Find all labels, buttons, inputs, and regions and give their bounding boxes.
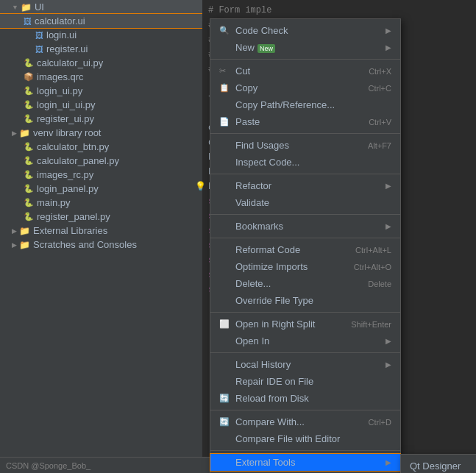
tree-item-label: login.ui <box>46 29 77 40</box>
tree-item-label: login_ui_ui.py <box>37 99 96 110</box>
qrc-icon: 📦 <box>24 72 34 82</box>
tree-item-login-ui[interactable]: 🖼login.ui <box>0 28 202 42</box>
menu-item-external-tools[interactable]: External Tools▶ <box>210 454 400 471</box>
tree-item-calculator-ui[interactable]: 🖼calculator.ui <box>0 14 202 28</box>
tree-item-label: calculator_btn.py <box>37 141 109 152</box>
tree-arrow: ▶ <box>12 241 17 249</box>
menu-item-code-check[interactable]: 🔍Code Check▶ <box>210 22 400 39</box>
menu-item-copy-path[interactable]: Copy Path/Reference... <box>210 96 400 113</box>
new-badge: New <box>257 44 275 53</box>
menu-separator <box>210 214 400 215</box>
menu-item-wrapper: Inspect Code... <box>210 154 400 171</box>
menu-item-label: Bookmarks <box>235 221 383 232</box>
py-icon: 🐍 <box>24 156 34 166</box>
menu-item-override-file-type[interactable]: Override File Type <box>210 292 400 309</box>
tree-item-register-ui-py[interactable]: 🐍register_ui.py <box>0 112 202 126</box>
tree-item-label: UI <box>35 1 44 13</box>
folder-icon: 📁 <box>19 240 30 250</box>
tree-item-ui-folder[interactable]: ▼📁UI <box>0 0 202 14</box>
submenu-item-qt-designer[interactable]: Qt Designer <box>401 458 476 473</box>
menu-item-inspect-code[interactable]: Inspect Code... <box>210 154 400 171</box>
tree-item-register-panel-py[interactable]: 🐍register_panel.py <box>0 210 202 224</box>
menu-separator <box>210 450 400 451</box>
menu-item-wrapper: Refactor▶ <box>210 177 400 194</box>
tree-item-calculator-btn-py[interactable]: 🐍calculator_btn.py <box>0 140 202 154</box>
tree-item-label: images_rc.py <box>37 169 93 180</box>
menu-item-copy[interactable]: 📋CopyCtrl+C <box>210 79 400 96</box>
menu-item-compare-editor[interactable]: Compare File with Editor <box>210 430 400 447</box>
py-icon: 🐍 <box>24 100 34 110</box>
tree-item-calculator-ui-py[interactable]: 🐍calculator_ui.py <box>0 56 202 70</box>
menu-item-open-in[interactable]: Open In▶ <box>210 332 400 349</box>
menu-item-icon: 📄 <box>219 117 231 127</box>
submenu-arrow: ▶ <box>386 222 391 230</box>
menu-item-wrapper: Open In▶ <box>210 332 400 349</box>
tree-item-calculator-panel-py[interactable]: 🐍calculator_panel.py <box>0 154 202 168</box>
menu-item-wrapper: Optimize ImportsCtrl+Alt+O <box>210 258 400 275</box>
submenu-arrow: ▶ <box>386 458 391 466</box>
menu-item-icon: ✂ <box>219 66 231 76</box>
tree-item-images-rc-py[interactable]: 🐍images_rc.py <box>0 168 202 182</box>
menu-item-compare-with[interactable]: 🔄Compare With...Ctrl+D <box>210 413 400 430</box>
tree-arrow: ▼ <box>12 4 18 11</box>
tree-item-images-qrc[interactable]: 📦images.qrc <box>0 70 202 84</box>
menu-item-delete[interactable]: Delete...Delete <box>210 275 400 292</box>
menu-item-new[interactable]: NewNew▶ <box>210 39 400 56</box>
tree-item-login-panel-py[interactable]: 🐍login_panel.py <box>0 182 202 196</box>
menu-item-find-usages[interactable]: Find UsagesAlt+F7 <box>210 137 400 154</box>
menu-item-cut[interactable]: ✂CutCtrl+X <box>210 63 400 79</box>
menu-item-wrapper: Compare File with Editor <box>210 430 400 447</box>
menu-item-wrapper: 📄PasteCtrl+V <box>210 113 400 130</box>
warning-icon: 💡 <box>195 181 206 191</box>
tree-item-scratches[interactable]: ▶📁Scratches and Consoles <box>0 238 202 252</box>
menu-item-label: Reformat Code <box>235 244 349 255</box>
tree-item-login-ui-py[interactable]: 🐍login_ui.py <box>0 84 202 98</box>
tree-item-label: main.py <box>37 197 71 208</box>
menu-item-label: Local History <box>235 359 383 370</box>
submenu-arrow: ▶ <box>386 182 391 190</box>
menu-item-wrapper: Copy Path/Reference... <box>210 96 400 113</box>
menu-item-bookmarks[interactable]: Bookmarks▶ <box>210 218 400 235</box>
ui-icon: 🖼 <box>35 31 43 40</box>
menu-item-refactor[interactable]: Refactor▶ <box>210 177 400 194</box>
menu-shortcut: Ctrl+V <box>369 118 391 127</box>
tree-item-login-ui-ui-py[interactable]: 🐍login_ui_ui.py <box>0 98 202 112</box>
menu-separator <box>210 238 400 238</box>
menu-item-reload-disk[interactable]: 🔄Reload from Disk <box>210 390 400 407</box>
tree-item-label: Scratches and Consoles <box>33 239 137 250</box>
menu-item-wrapper: Override File Type <box>210 292 400 309</box>
menu-item-local-history[interactable]: Local History▶ <box>210 356 400 373</box>
external-tools-submenu: Qt Designerui_to_py <box>400 454 476 473</box>
tree-item-label: venv library root <box>33 127 101 138</box>
menu-item-wrapper: Local History▶ <box>210 356 400 373</box>
menu-item-wrapper: Find UsagesAlt+F7 <box>210 137 400 154</box>
menu-item-open-right-split[interactable]: ⬜Open in Right SplitShift+Enter <box>210 316 400 332</box>
menu-item-validate[interactable]: Validate <box>210 194 400 211</box>
tree-item-venv[interactable]: ▶📁venv library root <box>0 126 202 140</box>
tree-item-label: images.qrc <box>37 71 84 82</box>
menu-item-wrapper: 🔄Reload from Disk <box>210 390 400 407</box>
tree-item-register-ui[interactable]: 🖼register.ui <box>0 42 202 56</box>
menu-item-label: External Tools <box>235 457 383 468</box>
menu-item-label: Compare With... <box>235 416 363 427</box>
tree-item-main-py[interactable]: 🐍main.py <box>0 196 202 210</box>
menu-item-wrapper: Repair IDE on File <box>210 373 400 390</box>
menu-item-label: Compare File with Editor <box>235 433 391 444</box>
menu-item-paste[interactable]: 📄PasteCtrl+V <box>210 113 400 130</box>
menu-item-icon: 📋 <box>219 83 231 93</box>
menu-item-repair-ide[interactable]: Repair IDE on File <box>210 373 400 390</box>
menu-item-wrapper: External Tools▶Qt Designerui_to_py <box>210 454 400 471</box>
menu-item-label: Open in Right Split <box>235 319 345 330</box>
menu-item-icon: 🔍 <box>219 26 231 35</box>
menu-item-optimize-imports[interactable]: Optimize ImportsCtrl+Alt+O <box>210 258 400 275</box>
tree-item-external-libraries[interactable]: ▶📁External Libraries <box>0 224 202 238</box>
submenu-arrow: ▶ <box>386 43 391 51</box>
menu-item-wrapper: Reformat CodeCtrl+Alt+L <box>210 241 400 258</box>
py-icon: 🐍 <box>24 86 34 96</box>
menu-item-label: Validate <box>235 197 391 208</box>
tree-item-label: calculator.ui <box>35 15 85 26</box>
menu-item-reformat-code[interactable]: Reformat CodeCtrl+Alt+L <box>210 241 400 258</box>
menu-shortcut: Ctrl+Alt+O <box>354 263 391 271</box>
menu-shortcut: Shift+Enter <box>351 320 391 329</box>
submenu-arrow: ▶ <box>386 26 391 35</box>
